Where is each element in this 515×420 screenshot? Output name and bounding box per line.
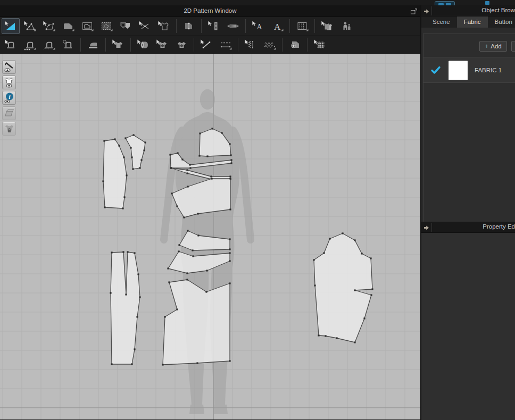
pattern-vertex[interactable]	[189, 167, 191, 169]
pattern-vertex[interactable]	[205, 291, 207, 292]
create-polygon-tool[interactable]	[59, 18, 77, 34]
smocking-tool[interactable]	[311, 37, 329, 53]
transform-pattern-tool[interactable]	[2, 18, 20, 34]
texture-garment-tool[interactable]	[172, 37, 190, 53]
pattern-vertex[interactable]	[229, 282, 230, 284]
pattern-vertex[interactable]	[197, 234, 199, 236]
elastic-tool[interactable]	[242, 37, 260, 53]
pattern-vertex[interactable]	[230, 159, 232, 161]
pop-out-icon[interactable]	[410, 7, 418, 14]
pattern-piece-sleeve[interactable]	[313, 232, 373, 343]
pattern-vertex[interactable]	[229, 208, 231, 210]
edit-text-tool[interactable]: A	[249, 18, 267, 34]
pattern-vertex[interactable]	[139, 296, 140, 298]
pattern-vertex[interactable]	[192, 249, 193, 251]
pattern-vertex[interactable]	[336, 337, 337, 339]
measure-horizontal-tool[interactable]	[224, 18, 242, 34]
pattern-vertex[interactable]	[102, 180, 104, 182]
grading-tool[interactable]	[293, 18, 311, 34]
pattern-vertex[interactable]	[189, 164, 190, 165]
dart-tool-tool[interactable]	[117, 18, 135, 34]
collapse-arrow-icon[interactable]	[423, 7, 430, 14]
pattern-vertex[interactable]	[198, 155, 200, 156]
pattern-vertex[interactable]	[199, 132, 201, 134]
show-pattern-toggle[interactable]	[2, 106, 16, 120]
pattern-canvas[interactable]: i	[0, 54, 420, 419]
segment-sewing-tool[interactable]	[2, 37, 20, 53]
pattern-vertex[interactable]	[177, 152, 178, 154]
fabric-list-item[interactable]: FABRIC 1	[423, 57, 515, 83]
pattern-vertex[interactable]	[137, 273, 139, 275]
pattern-vertex[interactable]	[125, 293, 127, 295]
pattern-vertex[interactable]	[196, 362, 198, 364]
pattern-vertex[interactable]	[178, 250, 179, 252]
pattern-vertex[interactable]	[131, 156, 132, 158]
measure-vertical-tool[interactable]	[205, 18, 223, 34]
pattern-vertex[interactable]	[325, 335, 326, 337]
pattern-vertex[interactable]	[354, 341, 355, 343]
pattern-vertex[interactable]	[139, 167, 140, 169]
trace-pattern-tool[interactable]	[97, 18, 115, 34]
pattern-vertex[interactable]	[103, 140, 105, 141]
pattern-vertex[interactable]	[206, 270, 207, 271]
detail-sewing-tool[interactable]	[59, 37, 77, 53]
pattern-vertex[interactable]	[210, 175, 212, 177]
pattern-vertex[interactable]	[144, 141, 146, 143]
pattern-vertex[interactable]	[230, 162, 232, 164]
basting-line-tool[interactable]	[217, 37, 235, 53]
pattern-vertex[interactable]	[132, 168, 134, 170]
collapse-arrow-icon[interactable]	[423, 224, 430, 231]
pattern-vertex[interactable]	[134, 348, 135, 350]
create-rectangle-tool[interactable]	[78, 18, 96, 34]
pattern-vertex[interactable]	[110, 292, 111, 293]
pattern-vertex[interactable]	[318, 334, 319, 336]
pattern-vertex[interactable]	[162, 364, 163, 365]
pattern-vertex[interactable]	[229, 252, 230, 254]
pattern-vertex[interactable]	[229, 178, 231, 179]
avatar-fit-tool[interactable]	[337, 18, 355, 34]
tab-button[interactable]: Button	[488, 16, 515, 28]
mn-sewing-tool[interactable]	[40, 37, 58, 53]
pattern-piece-back-side-panel[interactable]	[102, 138, 127, 209]
lock-garment-toggle[interactable]	[2, 122, 16, 136]
pattern-vertex[interactable]	[140, 159, 142, 161]
pattern-vertex[interactable]	[342, 232, 343, 234]
edit-pattern-tool[interactable]	[21, 18, 39, 34]
pattern-vertex[interactable]	[111, 251, 112, 253]
pattern-vertex[interactable]	[229, 238, 230, 240]
pattern-vertex[interactable]	[164, 316, 165, 317]
pattern-vertex[interactable]	[186, 279, 188, 280]
show-sewing-toggle[interactable]	[2, 60, 16, 74]
add-text-tool[interactable]: A	[268, 18, 286, 34]
pattern-vertex[interactable]	[186, 172, 188, 174]
pattern-vertex[interactable]	[122, 251, 124, 253]
pattern-vertex[interactable]	[181, 158, 183, 160]
iron-tool-tool[interactable]	[84, 37, 102, 53]
cut-and-sew-tool[interactable]	[180, 18, 198, 34]
trace-bodice-tool[interactable]	[155, 18, 173, 34]
pattern-vertex[interactable]	[354, 239, 355, 241]
pattern-vertex[interactable]	[143, 149, 145, 151]
add-fabric-button[interactable]: + Add	[479, 41, 507, 52]
check-icon[interactable]	[430, 65, 441, 75]
pattern-vertex[interactable]	[104, 206, 105, 208]
pattern-vertex[interactable]	[371, 288, 373, 290]
pattern-vertex[interactable]	[169, 154, 171, 155]
pattern-vertex[interactable]	[314, 284, 315, 286]
pattern-vertex[interactable]	[229, 143, 230, 145]
pattern-vertex[interactable]	[176, 205, 178, 207]
pattern-vertex[interactable]	[131, 363, 132, 365]
internal-line-tool[interactable]	[197, 37, 215, 53]
pattern-vertex[interactable]	[118, 145, 120, 146]
pattern-vertex[interactable]	[187, 230, 188, 231]
pattern-vertex[interactable]	[329, 238, 330, 239]
pattern-vertex[interactable]	[221, 132, 222, 133]
clone-patterns-tool[interactable]	[318, 18, 336, 34]
pattern-vertex[interactable]	[187, 186, 188, 187]
show-garment-toggle[interactable]	[2, 75, 16, 89]
pattern-vertex[interactable]	[197, 213, 198, 214]
pattern-vertex[interactable]	[176, 308, 178, 310]
pattern-vertex[interactable]	[370, 294, 372, 296]
pattern-vertex[interactable]	[123, 156, 124, 158]
pattern-vertex[interactable]	[313, 259, 314, 261]
